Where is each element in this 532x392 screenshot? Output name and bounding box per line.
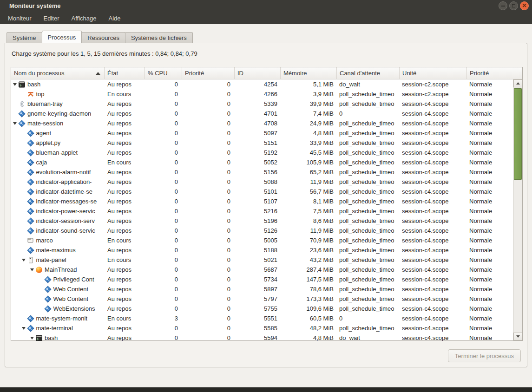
column-header-unit[interactable]: Unité — [400, 67, 467, 79]
process-wchan: poll_schedule_timeo — [337, 216, 400, 226]
column-header-wchan[interactable]: Canal d'attente — [337, 67, 400, 79]
process-row[interactable]: mate-maximusAu repos00518823,6 MiBpoll_s… — [11, 245, 522, 255]
process-name-cell: mate-session — [11, 118, 105, 128]
column-header-id[interactable]: ID — [235, 67, 281, 79]
process-name-cell: top — [11, 89, 105, 99]
column-header-priority[interactable]: Priorité — [467, 67, 522, 79]
scroll-down-button[interactable] — [513, 333, 522, 340]
terminal-icon — [18, 81, 26, 88]
scroll-up-button[interactable] — [513, 79, 522, 87]
terminal-icon — [35, 334, 43, 341]
process-row[interactable]: WebExtensionsAu repos005755109,6 MiBpoll… — [11, 304, 522, 314]
process-unit: session-c4.scope — [400, 196, 467, 206]
process-row[interactable]: MainThreadAu repos005687287,4 MiBpoll_sc… — [11, 265, 522, 274]
process-unit: session-c4.scope — [400, 333, 467, 341]
process-row[interactable]: mate-sessionAu repos00470824,9 MiBpoll_s… — [11, 118, 522, 128]
process-row[interactable]: cajaEn cours005052105,9 MiBpoll_schedule… — [11, 157, 522, 167]
process-row[interactable]: indicator-session-servAu repos0051968,6 … — [11, 216, 522, 226]
process-id: 5088 — [235, 177, 281, 187]
process-memory: 48,2 MiB — [281, 323, 337, 333]
menu-moniteur[interactable]: Moniteur — [4, 13, 36, 24]
firefox-icon — [35, 266, 43, 274]
app-diamond-icon — [27, 188, 34, 196]
process-row[interactable]: indicator-application-Au repos00508811,9… — [11, 177, 522, 187]
titlebar[interactable]: Moniteur système ✕ — [0, 0, 532, 12]
expander-open-icon[interactable] — [13, 122, 17, 125]
column-header-cpu[interactable]: % CPU — [145, 67, 182, 79]
process-row[interactable]: gnome-keyring-daemonAu repos0047017,4 Mi… — [11, 109, 522, 118]
window-controls: ✕ — [499, 1, 529, 10]
expander-open-icon[interactable] — [30, 337, 34, 340]
menu-editer[interactable]: Editer — [39, 13, 64, 24]
process-unit: session-c4.scope — [400, 304, 467, 314]
process-row[interactable]: blueman-trayAu repos00533939,9 MiBpoll_s… — [11, 99, 522, 109]
process-id: 5734 — [235, 274, 281, 284]
process-row[interactable]: bashAu repos0055944,8 MiBdo_waitsession-… — [11, 333, 522, 341]
expander-open-icon[interactable] — [13, 83, 17, 86]
process-nice: 0 — [182, 79, 235, 89]
maximize-icon — [512, 4, 515, 7]
process-row[interactable]: applet.pyAu repos00515133,9 MiBpoll_sche… — [11, 138, 522, 148]
process-cpu: 0 — [145, 196, 182, 206]
process-row[interactable]: mate-system-monitEn cours30555160,5 MiB0… — [11, 314, 522, 323]
window-icon — [27, 237, 34, 244]
process-cpu: 0 — [145, 333, 182, 341]
tab-systeme[interactable]: Système — [7, 32, 42, 43]
column-header-nice[interactable]: Priorité — [182, 67, 235, 79]
process-row[interactable]: topEn cours0042663,9 MiBpoll_schedule_ti… — [11, 89, 522, 99]
process-state: Au repos — [105, 79, 145, 89]
process-row[interactable]: blueman-appletAu repos00519245,5 MiBpoll… — [11, 148, 522, 157]
close-button[interactable]: ✕ — [520, 1, 529, 10]
process-name: evolution-alarm-notif — [36, 167, 91, 177]
process-row[interactable]: Web ContentAu repos005797173,3 MiBpoll_s… — [11, 294, 522, 304]
end-process-button[interactable]: Terminer le processus — [448, 349, 521, 362]
minimize-button[interactable] — [499, 1, 507, 10]
process-row[interactable]: bashAu repos0042545,1 MiBdo_waitsession-… — [11, 79, 522, 89]
maximize-button[interactable] — [509, 1, 518, 10]
process-nice: 0 — [182, 128, 235, 138]
column-header-state[interactable]: État — [105, 67, 145, 79]
vertical-scrollbar[interactable] — [513, 79, 522, 340]
process-name: marco — [36, 235, 53, 245]
tab-systemes-de-fichiers[interactable]: Systèmes de fichiers — [125, 32, 193, 43]
process-row[interactable]: Web ContentAu repos00589778,6 MiBpoll_sc… — [11, 284, 522, 294]
menubar: Moniteur Editer Affichage Aide — [0, 12, 532, 24]
process-unit: session-c4.scope — [400, 118, 467, 128]
process-id: 5897 — [235, 284, 281, 294]
menu-aide[interactable]: Aide — [105, 13, 125, 24]
process-name-cell: Web Content — [11, 284, 105, 294]
process-row[interactable]: indicator-sound-servicAu repos00512611,9… — [11, 226, 522, 235]
process-nice: 0 — [182, 294, 235, 304]
process-row[interactable]: indicator-messages-seAu repos0051078,1 M… — [11, 196, 522, 206]
tab-ressources[interactable]: Ressources — [81, 32, 125, 43]
process-row[interactable]: agentAu repos0050974,8 MiBpoll_schedule_… — [11, 128, 522, 138]
system-monitor-window: Moniteur système ✕ Moniteur Editer Affic… — [0, 0, 532, 392]
process-wchan: poll_schedule_timeo — [337, 255, 400, 265]
expander-open-icon[interactable] — [30, 268, 34, 271]
process-row[interactable]: mate-panelEn cours00502143,2 MiBpoll_sch… — [11, 255, 522, 265]
process-nice: 0 — [182, 245, 235, 255]
tab-processus[interactable]: Processus — [42, 31, 82, 43]
process-row[interactable]: marcoEn cours00500570,9 MiBpoll_schedule… — [11, 235, 522, 245]
scrollbar-thumb[interactable] — [514, 88, 522, 180]
process-name: gnome-keyring-daemon — [27, 109, 91, 118]
menu-affichage[interactable]: Affichage — [67, 13, 101, 24]
expander-open-icon[interactable] — [22, 259, 26, 261]
screen-edge-strip — [0, 387, 532, 392]
process-row[interactable]: mate-terminalAu repos00558548,2 MiBpoll_… — [11, 323, 522, 333]
process-row[interactable]: indicator-datetime-seAu repos00510156,7 … — [11, 187, 522, 196]
process-wchan: poll_schedule_timeo — [337, 157, 400, 167]
process-cpu: 0 — [145, 274, 182, 284]
process-row[interactable]: Privileged ContAu repos005734147,5 MiBpo… — [11, 274, 522, 284]
process-state: Au repos — [105, 187, 145, 196]
expander-open-icon[interactable] — [22, 327, 26, 330]
process-nice: 0 — [182, 177, 235, 187]
process-name: mate-terminal — [36, 323, 73, 333]
process-row[interactable]: evolution-alarm-notifAu repos00515665,2 … — [11, 167, 522, 177]
column-header-memory[interactable]: Mémoire — [281, 67, 337, 79]
process-name-cell: mate-maximus — [11, 245, 105, 255]
process-id: 5192 — [235, 148, 281, 157]
process-name: caja — [36, 157, 47, 167]
process-row[interactable]: indicator-power-servicAu repos0052167,5 … — [11, 206, 522, 216]
column-header-name[interactable]: Nom du processus — [11, 67, 105, 79]
